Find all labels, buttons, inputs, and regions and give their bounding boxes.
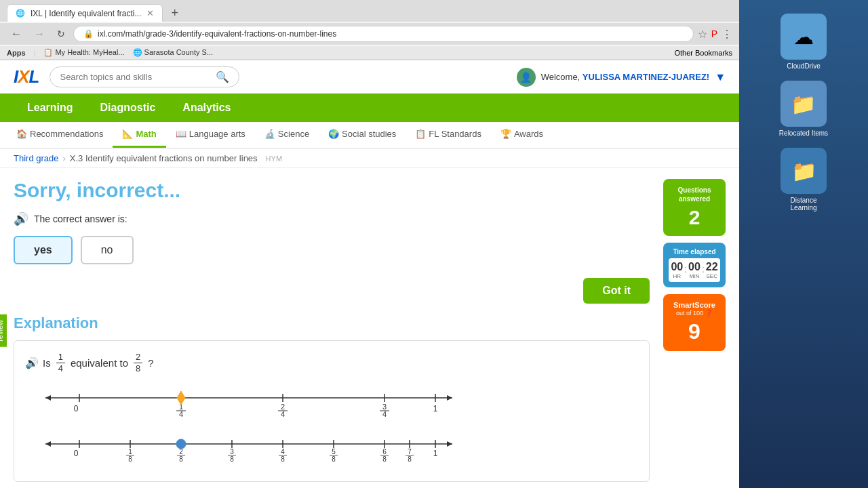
answer-yes-button[interactable]: yes (14, 236, 73, 264)
tab-science[interactable]: 🔬 Science (255, 122, 319, 148)
answer-no-button[interactable]: no (81, 236, 134, 264)
svg-text:4: 4 (281, 410, 285, 418)
tab-fl-standards[interactable]: 📋 FL Standards (406, 122, 491, 148)
time-sec-label: SEC (706, 273, 717, 279)
tab-awards[interactable]: 🏆 Awards (491, 122, 553, 148)
bookmark-2[interactable]: 🌐 Sarasota County S... (133, 48, 214, 57)
math-icon: 📐 (122, 129, 133, 139)
svg-text:8: 8 (128, 455, 132, 463)
svg-text:4: 4 (281, 448, 285, 455)
new-tab-button[interactable]: + (165, 5, 184, 22)
svg-text:4: 4 (179, 410, 183, 418)
nav-diagnostic[interactable]: Diagnostic (87, 94, 170, 122)
search-input[interactable] (60, 72, 212, 82)
svg-text:6: 6 (382, 448, 387, 455)
fraction-1: 1 4 (56, 352, 65, 373)
review-tab[interactable]: review (0, 314, 7, 347)
number-line-quarters: 0 1 4 2 4 3 4 (25, 384, 638, 421)
desktop-icon-distance-learning[interactable]: 📁 Distance Learning (776, 148, 831, 211)
desktop-icon-relocated[interactable]: 📁 Relocated Items (779, 81, 828, 137)
tab-language-arts[interactable]: 📖 Language arts (166, 122, 255, 148)
got-it-button[interactable]: Got it (583, 278, 650, 304)
language-arts-icon: 📖 (176, 129, 186, 139)
welcome-name: YULISSA MARTINEZ-JUAREZ! (583, 72, 709, 82)
question-text-is: Is (43, 357, 51, 369)
back-button[interactable]: ← (7, 26, 26, 41)
svg-text:8: 8 (332, 455, 336, 463)
question-area: Sorry, incorrect... 🔊 The correct answer… (14, 179, 650, 482)
question-mark: ? (148, 357, 153, 369)
ixl-header: IXL 🔍 👤 Welcome, YULISSA MARTINEZ-JUAREZ… (0, 61, 739, 94)
user-avatar: 👤 (517, 68, 536, 87)
tab-math[interactable]: 📐 Math (113, 122, 165, 148)
svg-text:8: 8 (382, 455, 387, 463)
questions-count: 2 (669, 206, 720, 229)
explanation-section: Explanation review 🔊 Is 1 4 equivalent t… (14, 314, 650, 482)
distance-learning-icon: 📁 (781, 148, 827, 194)
bookmark-1[interactable]: 📋 My Health: MyHeal... (43, 48, 124, 57)
tab-recommendations[interactable]: 🏠 Recommendations (7, 122, 113, 148)
other-bookmarks[interactable]: Other Bookmarks (674, 49, 732, 57)
menu-icon[interactable]: ⋮ (722, 28, 732, 41)
search-bar[interactable]: 🔍 (50, 66, 239, 87)
browser-tab[interactable]: 🌐 IXL | Identify equivalent fracti... ✕ (7, 4, 163, 22)
breadcrumb-skill: X.3 Identify equivalent fractions on num… (70, 153, 258, 163)
desktop-icon-clouddrive[interactable]: ☁ CloudDrive (781, 14, 827, 70)
clouddrive-icon: ☁ (781, 14, 827, 60)
time-hr-unit: 00 HR (671, 261, 683, 279)
questions-answered-box: Questions answered 2 (663, 179, 726, 236)
svg-marker-22 (45, 441, 51, 447)
svg-text:1: 1 (128, 448, 132, 455)
forward-button[interactable]: → (30, 26, 49, 41)
svg-text:5: 5 (332, 448, 336, 455)
apps-label[interactable]: Apps (7, 49, 26, 57)
breadcrumb-grade[interactable]: Third grade (14, 153, 58, 163)
science-icon: 🔬 (264, 129, 275, 139)
correct-answer-label: The correct answer is: (34, 214, 127, 224)
svg-text:0: 0 (74, 404, 79, 413)
user-area: 👤 Welcome, YULISSA MARTINEZ-JUAREZ! ▼ (517, 68, 726, 87)
reload-button[interactable]: ↻ (53, 27, 69, 41)
tab-close-icon[interactable]: ✕ (146, 8, 154, 18)
sound-icon-2[interactable]: 🔊 (25, 357, 39, 369)
nav-learning[interactable]: Learning (14, 94, 87, 122)
smartscore-help-icon[interactable]: ❓ (705, 309, 713, 317)
svg-text:8: 8 (281, 455, 285, 463)
tab-title: IXL | Identify equivalent fracti... (31, 9, 141, 18)
number-line-eighths: 0 1 8 2 8 3 8 (25, 430, 638, 470)
clouddrive-label: CloudDrive (787, 62, 820, 70)
number-line-2-svg: 0 1 8 2 8 3 8 (25, 430, 473, 468)
bookmark-star-icon[interactable]: ☆ (698, 28, 707, 41)
time-display: 00 HR : 00 MIN : 22 SEC (669, 258, 720, 282)
breadcrumb-code: HYM (266, 155, 282, 163)
url-bar[interactable]: 🔒 ixl.com/math/grade-3/identify-equivale… (73, 26, 694, 42)
relocated-icon: 📁 (781, 81, 827, 127)
time-min-unit: 00 MIN (688, 261, 701, 279)
sound-icon[interactable]: 🔊 (14, 211, 28, 226)
url-text: ixl.com/math/grade-3/identify-equivalent… (98, 29, 336, 39)
tab-social-studies[interactable]: 🌍 Social studies (319, 122, 406, 148)
svg-text:3: 3 (230, 448, 234, 455)
side-panel: Questions answered 2 Time elapsed 00 HR … (663, 179, 726, 482)
desktop-sidebar: ☁ CloudDrive 📁 Relocated Items 📁 Distanc… (739, 0, 868, 488)
time-min-value: 00 (688, 261, 701, 273)
nav-analytics[interactable]: Analytics (169, 94, 244, 122)
number-line-1-svg: 0 1 4 2 4 3 4 (25, 384, 473, 418)
smartscore-sub: out of 100 (676, 310, 703, 317)
smartscore-box: SmartScore out of 100 ❓ 9 (663, 294, 726, 351)
search-icon: 🔍 (216, 70, 229, 83)
time-hr-value: 00 (671, 261, 683, 273)
svg-text:8: 8 (230, 455, 234, 463)
svg-text:8: 8 (179, 455, 183, 463)
relocated-label: Relocated Items (779, 129, 828, 137)
svg-point-55 (176, 439, 186, 449)
breadcrumb: Third grade › X.3 Identify equivalent fr… (0, 149, 739, 168)
time-elapsed-label: Time elapsed (669, 248, 720, 256)
recommendations-icon: 🏠 (16, 129, 27, 139)
dropdown-icon[interactable]: ▼ (715, 71, 726, 83)
middle-text: equivalent to (71, 357, 128, 369)
pinterest-icon[interactable]: P (711, 28, 717, 39)
distance-learning-label: Distance Learning (776, 197, 831, 211)
fl-standards-icon: 📋 (415, 129, 426, 139)
questions-answered-label: Questions answered (669, 186, 720, 203)
